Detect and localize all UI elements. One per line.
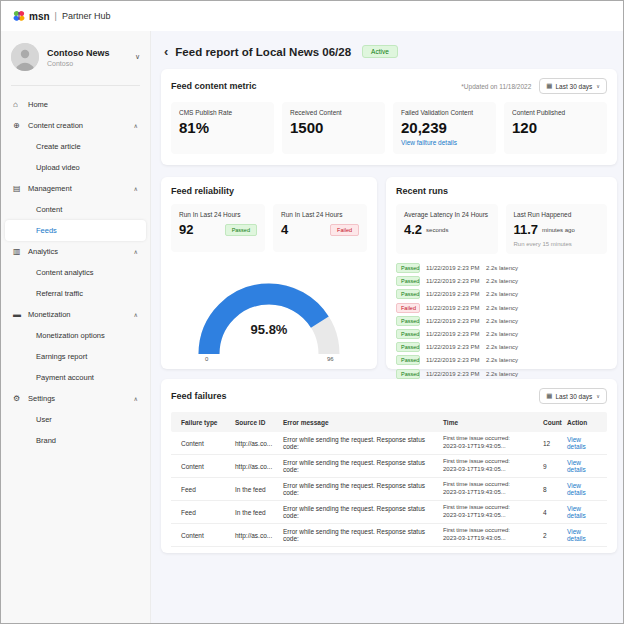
account-switcher[interactable]: Contoso News Contoso ∨ xyxy=(1,31,150,81)
chevron-down-icon: ∨ xyxy=(596,393,600,399)
table-row: Feed In the feed Error while sending the… xyxy=(171,501,607,524)
sidebar-item-earnings-report[interactable]: Earnings report xyxy=(5,346,146,367)
run-row: Passed 11/22/2019 2:23 PM 2.2s latency xyxy=(396,369,607,379)
sidebar-item-user[interactable]: User xyxy=(5,409,146,430)
chevron-up-icon: ∧ xyxy=(134,122,138,129)
sidebar-item-monetization[interactable]: ▬ Monetization ∧ xyxy=(5,304,146,325)
run-row: Passed 11/22/2019 2:23 PM 2.2s latency xyxy=(396,289,607,299)
date-range-dropdown[interactable]: ▦ Last 30 days ∨ xyxy=(539,78,607,94)
failures-table-header: Failure type Source ID Error message Tim… xyxy=(171,412,607,432)
chevron-up-icon: ∧ xyxy=(134,248,138,255)
view-details-link[interactable]: View details xyxy=(567,505,607,519)
metric-tile-content-published: Content Published 120 xyxy=(504,102,607,154)
metric-tile-received-content: Received Content 1500 xyxy=(282,102,385,154)
feed-failures-header: Feed failures ▦ Last 30 days ∨ xyxy=(171,388,607,404)
chevron-up-icon: ∧ xyxy=(134,311,138,318)
sidebar: Contoso News Contoso ∨ ⌂ Home ⊕ Content … xyxy=(1,31,151,623)
sidebar-item-analytics[interactable]: ▥ Analytics ∧ xyxy=(5,241,146,262)
sidebar-item-content-analytics[interactable]: Content analytics xyxy=(5,262,146,283)
feed-reliability-card: Feed reliability Run In Last 24 Hours 92… xyxy=(161,177,377,369)
reliability-tiles: Run In Last 24 Hours 92 Passed Run In La… xyxy=(171,204,367,252)
main-content: ‹ Feed report of Local News 06/28 Active… xyxy=(151,31,623,623)
page-title: Feed report of Local News 06/28 xyxy=(175,46,351,58)
back-button[interactable]: ‹ xyxy=(164,45,168,58)
last-run-tile: Last Run Happened 11.7 minutes ago Run e… xyxy=(506,204,608,254)
gauge-min-label: 0 xyxy=(205,356,209,362)
run-row: Failed 11/22/2019 2:23 PM 2.2s latency xyxy=(396,303,607,313)
top-bar: msn | Partner Hub xyxy=(1,1,623,31)
recent-runs-card: Recent runs Average Latency In 24 Hours … xyxy=(386,177,617,369)
run-row: Passed 11/22/2019 2:23 PM 2.2s latency xyxy=(396,329,607,339)
view-failure-details-link[interactable]: View failture details xyxy=(401,139,488,146)
run-row: Passed 11/22/2019 2:23 PM 2.2s latency xyxy=(396,316,607,326)
product-name: Partner Hub xyxy=(62,11,111,21)
run-row: Passed 11/22/2019 2:23 PM 2.2s latency xyxy=(396,355,607,365)
page-header: ‹ Feed report of Local News 06/28 Active xyxy=(164,45,623,58)
failures-date-range-dropdown[interactable]: ▦ Last 30 days ∨ xyxy=(539,388,607,404)
brand-separator: | xyxy=(55,11,57,21)
monetization-icon: ▬ xyxy=(13,310,28,319)
sidebar-item-settings[interactable]: ⚙ Settings ∧ xyxy=(5,388,146,409)
avatar xyxy=(11,43,39,71)
calendar-icon: ▦ xyxy=(546,82,552,90)
feed-content-metric-title: Feed content metric xyxy=(171,81,257,91)
sidebar-item-payment-account[interactable]: Payment account xyxy=(5,367,146,388)
table-row: Content http://as.co... Error while send… xyxy=(171,455,607,478)
metric-tile-failed-validation: Failed Validation Content 20,239 View fa… xyxy=(393,102,496,154)
runs-failed-tile: Run In Last 24 Hours 4 Failed xyxy=(273,204,367,252)
profile-text: Contoso News Contoso xyxy=(47,48,110,67)
feed-content-metric-header: Feed content metric *Updated on 11/18/20… xyxy=(171,78,607,94)
chevron-up-icon: ∧ xyxy=(134,185,138,192)
sidebar-item-feeds[interactable]: Feeds xyxy=(5,220,146,241)
gauge-value-label: 95.8% xyxy=(171,322,367,337)
management-icon: ▤ xyxy=(13,184,28,193)
feed-failures-card: Feed failures ▦ Last 30 days ∨ Failure t… xyxy=(161,379,617,553)
failures-date-range-value: Last 30 days xyxy=(555,393,592,400)
run-history-list: Passed 11/22/2019 2:23 PM 2.2s latency P… xyxy=(396,263,607,392)
home-icon: ⌂ xyxy=(13,100,28,109)
chevron-down-icon: ∨ xyxy=(135,53,140,61)
sidebar-item-content-creation[interactable]: ⊕ Content creation ∧ xyxy=(5,115,146,136)
view-details-link[interactable]: View details xyxy=(567,528,607,542)
view-details-link[interactable]: View details xyxy=(567,436,607,450)
app-window: msn | Partner Hub Contoso News Contoso ∨… xyxy=(0,0,624,624)
account-subtitle: Contoso xyxy=(47,60,110,67)
sidebar-item-content[interactable]: Content xyxy=(5,199,146,220)
run-row: Passed 11/22/2019 2:23 PM 2.2s latency xyxy=(396,263,607,273)
average-latency-tile: Average Latency In 24 Hours 4.2 seconds xyxy=(396,204,498,254)
run-row: Passed 11/22/2019 2:23 PM 2.2s latency xyxy=(396,276,607,286)
updated-on-label: *Updated on 11/18/2022 xyxy=(461,83,531,90)
chevron-up-icon: ∧ xyxy=(134,395,138,402)
sidebar-item-monetization-options[interactable]: Monetization options xyxy=(5,325,146,346)
recent-runs-tiles: Average Latency In 24 Hours 4.2 seconds … xyxy=(396,204,607,254)
content-creation-icon: ⊕ xyxy=(13,121,28,130)
view-details-link[interactable]: View details xyxy=(567,482,607,496)
feed-reliability-title: Feed reliability xyxy=(171,186,367,196)
settings-gear-icon: ⚙ xyxy=(13,394,28,403)
sidebar-item-referral-traffic[interactable]: Referral traffic xyxy=(5,283,146,304)
sidebar-item-home[interactable]: ⌂ Home xyxy=(5,94,146,115)
sidebar-item-brand[interactable]: Brand xyxy=(5,430,146,451)
sidebar-item-upload-video[interactable]: Upload video xyxy=(5,157,146,178)
passed-badge: Passed xyxy=(225,224,257,236)
status-badge: Active xyxy=(362,45,398,58)
feed-failures-title: Feed failures xyxy=(171,391,227,401)
calendar-icon: ▦ xyxy=(546,392,552,400)
sidebar-divider xyxy=(11,85,140,86)
reliability-gauge: 0 96 95.8% xyxy=(171,266,367,366)
run-row: Passed 11/22/2019 2:23 PM 2.2s latency xyxy=(396,342,607,352)
view-details-link[interactable]: View details xyxy=(567,459,607,473)
recent-runs-title: Recent runs xyxy=(396,186,607,196)
sidebar-nav: ⌂ Home ⊕ Content creation ∧ Create artic… xyxy=(1,94,150,451)
table-row: Content http://as.co... Error while send… xyxy=(171,432,607,455)
account-name: Contoso News xyxy=(47,48,110,58)
chevron-down-icon: ∨ xyxy=(596,83,600,89)
msn-butterfly-logo-icon xyxy=(13,10,25,22)
runs-passed-tile: Run In Last 24 Hours 92 Passed xyxy=(171,204,265,252)
analytics-icon: ▥ xyxy=(13,247,28,256)
run-frequency-note: Run every 15 minutes xyxy=(514,241,600,247)
table-row: Content http://as.co... Error while send… xyxy=(171,524,607,547)
date-range-value: Last 30 days xyxy=(555,83,592,90)
sidebar-item-management[interactable]: ▤ Management ∧ xyxy=(5,178,146,199)
sidebar-item-create-article[interactable]: Create article xyxy=(5,136,146,157)
